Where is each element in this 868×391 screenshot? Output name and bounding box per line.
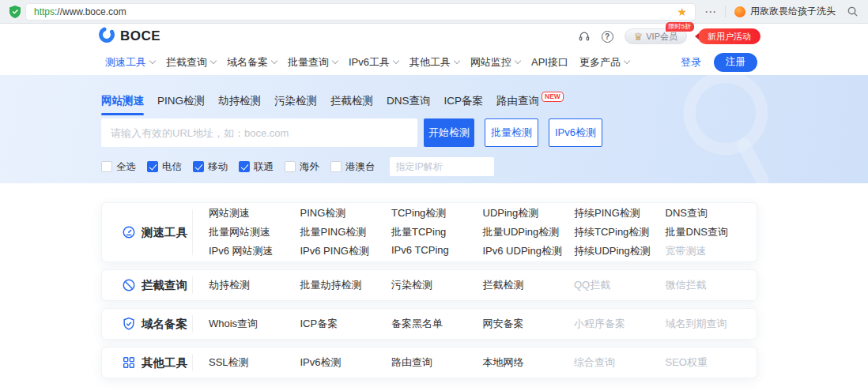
tool-link[interactable]: 微信拦截: [666, 278, 757, 292]
tool-link[interactable]: 批量DNS查询: [666, 225, 757, 239]
activity-label: 新用户活动: [708, 31, 751, 43]
tool-link[interactable]: 小程序备案: [574, 317, 666, 331]
tool-link[interactable]: 路由查询: [391, 355, 483, 370]
login-link[interactable]: 登录: [681, 55, 701, 70]
hero-test-panel: 网站测速PING检测劫持检测污染检测拦截检测DNS查询ICP备案路由查询NEW …: [0, 75, 868, 183]
hero-tab[interactable]: 路由查询NEW: [496, 94, 564, 115]
main-nav: 测速工具拦截查询域名备案批量查询IPv6工具其他工具网站监控API接口更多产品 …: [0, 49, 868, 75]
tool-link[interactable]: 批量劫持检测: [300, 278, 392, 292]
checkbox-item[interactable]: 移动: [193, 160, 228, 174]
nav-item[interactable]: 其他工具: [409, 55, 459, 70]
new-user-activity-button[interactable]: 新用户活动: [698, 28, 760, 44]
ipv6-test-button[interactable]: IPv6检测: [549, 118, 602, 147]
nav-item[interactable]: 拦截查询: [166, 55, 216, 70]
tool-link[interactable]: 批量网站测速: [209, 225, 300, 239]
card-label: 拦截查询: [102, 278, 192, 293]
start-test-button[interactable]: 开始检测: [424, 118, 474, 147]
checkbox-label: 联通: [254, 160, 274, 174]
tool-link[interactable]: 拦截检测: [483, 278, 575, 292]
tool-link[interactable]: IPv6检测: [300, 355, 392, 370]
tool-link[interactable]: ICP备案: [300, 317, 392, 331]
batch-test-button[interactable]: 批量检测: [485, 118, 538, 147]
tool-link[interactable]: 综合查询: [574, 355, 666, 370]
tool-link[interactable]: PING检测: [300, 206, 392, 220]
hero-tab[interactable]: 拦截检测: [330, 94, 373, 115]
nav-item-label: 域名备案: [227, 55, 268, 70]
checked-checkbox-icon: [193, 161, 204, 172]
hero-tab-label: 网站测速: [101, 95, 144, 107]
chevron-down-icon: [624, 57, 630, 63]
boce-logo[interactable]: BOCE: [98, 26, 160, 47]
tool-link[interactable]: 劫持检测: [209, 278, 300, 292]
browser-search-icon[interactable]: [847, 6, 859, 17]
ip-resolve-input[interactable]: [390, 157, 494, 176]
tool-link[interactable]: IPv6 TCPing: [391, 244, 483, 258]
tool-link[interactable]: 域名到期查询: [666, 317, 757, 331]
tool-link[interactable]: 网安备案: [483, 317, 575, 331]
tool-link[interactable]: 批量PING检测: [300, 225, 392, 239]
tool-sections: 测速工具网站测速PING检测TCPing检测UDPing检测持续PING检测DN…: [0, 183, 868, 378]
nav-item[interactable]: 测速工具: [105, 55, 155, 70]
nav-item[interactable]: 更多产品: [579, 55, 629, 70]
tool-link[interactable]: 批量TCPing: [391, 225, 483, 239]
checkbox-item[interactable]: 全选: [101, 160, 136, 174]
nav-item[interactable]: 批量查询: [288, 55, 338, 70]
checkbox-label: 移动: [208, 160, 228, 174]
tool-link[interactable]: 本地网络: [483, 355, 575, 370]
nav-item-label: 其他工具: [409, 55, 451, 70]
hero-tab[interactable]: 网站测速: [101, 94, 144, 115]
tool-link[interactable]: 宽带测速: [666, 244, 757, 258]
checkbox-label: 电信: [162, 160, 182, 174]
tool-link[interactable]: IPv6 网站测速: [209, 244, 300, 258]
url-input[interactable]: [101, 118, 417, 147]
tool-link[interactable]: 持续TCPing检测: [574, 225, 666, 239]
help-question-icon[interactable]: ?: [602, 31, 613, 43]
checkbox-item[interactable]: 港澳台: [330, 160, 376, 174]
browser-more-icon[interactable]: ⋯: [704, 6, 716, 17]
tool-link[interactable]: TCPing检测: [391, 206, 483, 220]
chevron-down-icon: [515, 57, 521, 63]
tool-link[interactable]: QQ拦截: [574, 278, 666, 292]
tool-link[interactable]: IPv6 UDPing检测: [483, 244, 575, 258]
hot-search-suggestion[interactable]: 用敌敌畏给孩子洗头: [734, 5, 836, 18]
nav-item[interactable]: IPv6工具: [349, 55, 398, 70]
bookmark-star-icon[interactable]: ★: [677, 6, 687, 18]
hero-tab-label: ICP备案: [444, 95, 484, 107]
hero-tab[interactable]: ICP备案: [444, 94, 484, 115]
address-bar[interactable]: https ://www.boce.com ★: [25, 3, 696, 21]
chevron-down-icon: [210, 57, 217, 63]
hero-tab[interactable]: DNS查询: [387, 94, 431, 115]
vip-member-button[interactable]: ♛ VIP会员 限时5折: [625, 28, 687, 44]
nav-item[interactable]: 域名备案: [227, 55, 277, 70]
hero-tab[interactable]: PING检测: [157, 94, 205, 115]
checkbox-item[interactable]: 电信: [147, 160, 182, 174]
site-header: BOCE ? ♛ VIP会员 限时5折 新用户活动: [0, 24, 868, 49]
hero-tab[interactable]: 污染检测: [274, 94, 317, 115]
hero-tab[interactable]: 劫持检测: [218, 94, 261, 115]
nav-item[interactable]: API接口: [531, 55, 568, 70]
tool-link[interactable]: 持续UDPing检测: [574, 244, 666, 258]
register-button[interactable]: 注册: [714, 53, 757, 72]
tool-link[interactable]: 持续PING检测: [574, 206, 666, 220]
isp-checkboxes: 全选电信移动联通海外港澳台: [101, 160, 376, 174]
hero-tab-label: DNS查询: [387, 95, 431, 107]
tool-link[interactable]: 批量UDPing检测: [483, 225, 575, 239]
tool-link[interactable]: 污染检测: [391, 278, 483, 292]
checkbox-label: 港澳台: [345, 160, 376, 174]
tool-link[interactable]: IPv6 PING检测: [300, 244, 392, 258]
tool-link[interactable]: SEO权重: [666, 355, 757, 370]
checkbox-item[interactable]: 海外: [285, 160, 319, 174]
nav-item[interactable]: 网站监控: [470, 55, 520, 70]
tool-link[interactable]: SSL检测: [209, 355, 300, 370]
card-title: 域名备案: [142, 317, 187, 332]
tool-link[interactable]: 备案黑名单: [391, 317, 483, 331]
tool-link[interactable]: 网站测速: [209, 206, 300, 220]
card-title: 拦截查询: [142, 278, 187, 293]
divider: [725, 6, 726, 17]
support-headset-icon[interactable]: [578, 30, 591, 43]
checkbox-item[interactable]: 联通: [239, 160, 274, 174]
vip-label: VIP会员: [646, 31, 677, 43]
tool-link[interactable]: Whois查询: [209, 317, 300, 331]
tool-link[interactable]: UDPing检测: [483, 206, 575, 220]
tool-link[interactable]: DNS查询: [666, 206, 757, 220]
